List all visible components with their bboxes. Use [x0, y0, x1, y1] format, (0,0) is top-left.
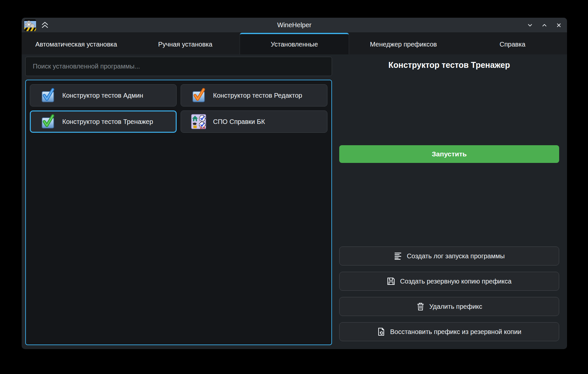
tab-label: Установленные	[271, 41, 318, 48]
action-label: Создать лог запуска программы	[407, 252, 505, 260]
action-label: Восстановить префикс из резервной копии	[390, 328, 521, 336]
tab-help[interactable]: Справка	[458, 33, 567, 54]
program-name: Конструктор тестов Тренажер	[62, 118, 153, 126]
tab-bar: Автоматическая установка Ручная установк…	[22, 33, 567, 54]
spo-spravki-icon: 2.5	[191, 114, 206, 129]
titlebar[interactable]: WineHelper	[22, 18, 567, 33]
backup-prefix-button[interactable]: Создать резервную копию префикса	[339, 272, 559, 291]
window-controls	[526, 18, 562, 33]
tab-installed[interactable]: Установленные	[240, 33, 349, 54]
installed-programs-list[interactable]: Конструктор тестов Админ Конструктор тес…	[25, 80, 332, 345]
restore-document-icon	[377, 327, 385, 336]
search-input[interactable]	[25, 57, 332, 76]
close-icon[interactable]	[555, 22, 562, 29]
minimize-icon[interactable]	[526, 22, 534, 29]
delete-prefix-button[interactable]: Удалить префикс	[339, 297, 559, 316]
titlebar-left	[24, 18, 49, 33]
winehelper-window: WineHelper Автоматическая установка Ручн…	[22, 18, 567, 349]
tab-label: Ручная установка	[158, 41, 212, 48]
checkbox-orange-icon	[191, 88, 206, 103]
program-name: Конструктор тестов Редактор	[213, 92, 302, 99]
tab-prefix-manager[interactable]: Менеджер префиксов	[349, 33, 458, 54]
program-item[interactable]: 2.5 СПО Справки БК	[181, 110, 327, 133]
svg-text:2.5: 2.5	[200, 126, 205, 129]
program-item[interactable]: Конструктор тестов Админ	[30, 84, 177, 107]
keep-above-icon[interactable]	[41, 21, 49, 30]
program-item-selected[interactable]: Конструктор тестов Тренажер	[30, 110, 177, 133]
action-label: Удалить префикс	[429, 303, 482, 310]
tab-label: Менеджер префиксов	[370, 41, 437, 48]
checkbox-green-icon	[40, 114, 56, 129]
tab-label: Справка	[500, 41, 525, 48]
action-label: Создать резервную копию префикса	[400, 278, 511, 285]
tab-label: Автоматическая установка	[35, 41, 117, 48]
program-name: СПО Справки БК	[213, 118, 265, 126]
prefix-actions: Создать лог запуска программы Создать ре…	[339, 246, 559, 341]
program-name: Конструктор тестов Админ	[62, 92, 143, 99]
floppy-disk-icon	[387, 277, 395, 285]
log-lines-icon	[394, 252, 402, 260]
maximize-icon[interactable]	[541, 22, 548, 29]
tab-manual-install[interactable]: Ручная установка	[131, 33, 240, 54]
window-title: WineHelper	[22, 21, 567, 29]
trash-icon	[416, 302, 425, 311]
run-button[interactable]: Запустить	[339, 145, 559, 163]
checkbox-blue-icon	[40, 88, 56, 103]
winehelper-app-icon	[24, 19, 36, 31]
create-log-button[interactable]: Создать лог запуска программы	[339, 246, 559, 266]
program-item[interactable]: Конструктор тестов Редактор	[181, 84, 327, 107]
restore-prefix-button[interactable]: Восстановить префикс из резервной копии	[339, 322, 559, 341]
tab-auto-install[interactable]: Автоматическая установка	[22, 33, 131, 54]
selected-program-title: Конструктор тестов Тренажер	[339, 60, 559, 70]
